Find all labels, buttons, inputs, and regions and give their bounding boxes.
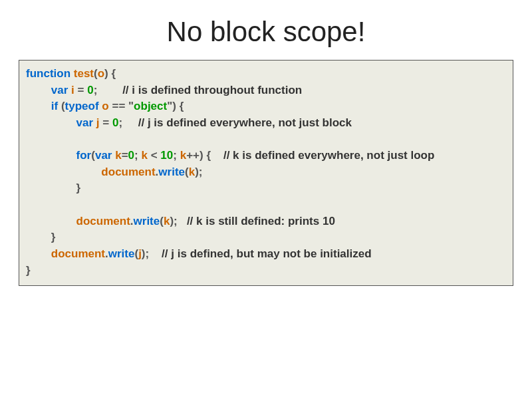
keyword-var: var bbox=[76, 116, 94, 129]
indent bbox=[26, 166, 101, 178]
num-10: 10 bbox=[160, 149, 173, 162]
num-0: 0 bbox=[128, 149, 134, 162]
keyword-function: function bbox=[26, 67, 70, 80]
keyword-for: for bbox=[76, 149, 92, 162]
quote-open: " bbox=[128, 100, 134, 112]
var-k: k bbox=[164, 215, 170, 227]
indent bbox=[26, 231, 51, 243]
brace-open: { bbox=[111, 67, 116, 80]
keyword-var: var bbox=[95, 149, 112, 162]
indent bbox=[26, 149, 76, 162]
op-inc: ++ bbox=[186, 149, 200, 162]
space bbox=[149, 247, 162, 260]
space bbox=[211, 149, 223, 162]
function-name: test bbox=[74, 67, 94, 80]
indent bbox=[26, 84, 51, 96]
slide: No block scope! function test(o) { var i… bbox=[0, 0, 532, 399]
semicolon: ; bbox=[199, 166, 203, 178]
space bbox=[97, 84, 122, 96]
brace-close: } bbox=[51, 231, 56, 243]
op-assign: = bbox=[102, 116, 109, 129]
comment-j2: // j is defined, but may not be initiali… bbox=[162, 247, 371, 260]
var-k: k bbox=[141, 149, 147, 162]
slide-title: No block scope! bbox=[0, 0, 532, 60]
brace-close: } bbox=[76, 182, 81, 194]
keyword-if: if bbox=[51, 100, 58, 112]
indent bbox=[26, 116, 76, 129]
comment-i: // i is defined throughout function bbox=[122, 84, 302, 96]
var-k: k bbox=[180, 149, 186, 162]
var-k: k bbox=[189, 166, 195, 178]
comment-k: // k is defined everywhere, not just loo… bbox=[223, 149, 434, 162]
param-o: o bbox=[98, 67, 104, 80]
comment-j: // j is defined everywhere, not just blo… bbox=[138, 116, 352, 129]
obj-document: document bbox=[101, 166, 155, 178]
method-write: write bbox=[134, 215, 160, 227]
keyword-typeof: typeof bbox=[65, 100, 99, 112]
var-k: k bbox=[115, 149, 121, 162]
brace-open: { bbox=[180, 100, 184, 112]
code-block: function test(o) { var i = 0; // i is de… bbox=[19, 60, 513, 286]
comment-k2: // k is still defined: prints 10 bbox=[187, 215, 335, 227]
space bbox=[178, 215, 187, 227]
keyword-var: var bbox=[51, 84, 68, 96]
indent bbox=[26, 100, 51, 112]
method-write: write bbox=[158, 166, 185, 178]
method-write: write bbox=[108, 247, 135, 260]
string-object: object bbox=[134, 100, 167, 112]
op-lt: < bbox=[151, 149, 158, 162]
var-o: o bbox=[102, 100, 108, 112]
obj-document: document bbox=[76, 215, 130, 227]
space bbox=[122, 116, 138, 129]
op-assign: = bbox=[78, 84, 84, 96]
indent bbox=[26, 247, 51, 260]
op-assign: = bbox=[122, 149, 128, 162]
brace-close: } bbox=[26, 264, 31, 277]
op-eq: == bbox=[112, 100, 125, 112]
indent bbox=[26, 215, 76, 227]
num-0: 0 bbox=[87, 84, 93, 96]
indent bbox=[26, 182, 76, 194]
obj-document: document bbox=[51, 247, 105, 260]
